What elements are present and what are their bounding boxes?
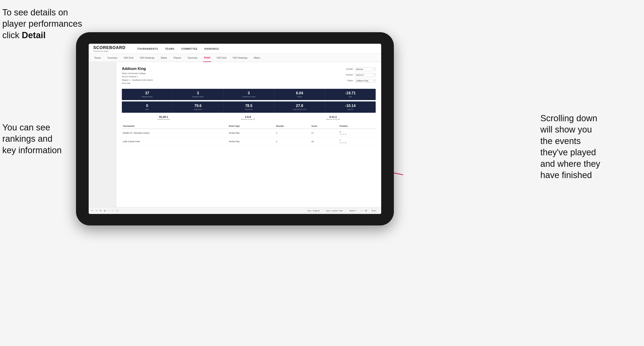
division-label: Division	[342, 74, 353, 76]
stat-wins-value: 0	[146, 104, 148, 108]
col-tournament: Tournament	[122, 124, 215, 129]
tablet-frame: SCOREBOARD Powered by clippd TOURNAMENTS…	[76, 32, 394, 225]
nav-rankings[interactable]: RANKINGS	[204, 47, 219, 50]
nav-committee[interactable]: COMMITTEE	[181, 47, 198, 50]
row2-event-type: Stroke Play	[228, 137, 275, 146]
stat-avg-score-par-value: 27.8	[296, 104, 303, 108]
second-nav: Teams Summary H2H Grid H2H Heatmap Matri…	[89, 54, 381, 62]
stat-points-label: Points	[297, 96, 302, 98]
stat-wins-label: Wins	[145, 108, 149, 110]
plus-icon[interactable]: +	[112, 209, 113, 212]
stat-avg-sg: -10.14 Avg SG	[325, 101, 376, 113]
stat-avg-score-par: 27.8 Avg Score to Par	[274, 101, 325, 113]
table-row: Estella CC- Mountain Classic Stroke Play…	[122, 129, 376, 137]
tab-players[interactable]: Players	[173, 54, 182, 62]
stat-regional-rank-value: 3	[197, 91, 199, 95]
record-top50: 5-11-1 Record vs top 50	[326, 116, 340, 120]
col-event-type: Event Type	[228, 124, 275, 129]
tab-summary[interactable]: Summary	[106, 54, 118, 62]
tab-h2h-grid-2[interactable]: H2H Grid	[216, 54, 227, 62]
stat-adj-score-label: Adj Score	[245, 108, 253, 110]
col-empty	[215, 124, 228, 129]
record-top50-label: Record vs top 50	[326, 118, 340, 120]
nav-teams[interactable]: TEAMS	[165, 47, 174, 50]
player-school: Mesa Community College	[122, 72, 153, 75]
gender-select-wrapper[interactable]: Women Men	[355, 67, 376, 71]
share-button[interactable]: Share	[369, 209, 378, 213]
row2-tournament: Lady Coyote Invite	[122, 137, 228, 146]
gender-select[interactable]: Women Men	[355, 67, 376, 71]
tab-h2h-heatmap[interactable]: H2H Heatmap	[139, 54, 155, 62]
nav-tournaments[interactable]: TOURNAMENTS	[137, 47, 158, 50]
stat-sos-label: SoS	[349, 96, 352, 98]
stat-avg-score-label: Avg Score	[194, 108, 202, 110]
stat-avg-score-value: 79.6	[194, 104, 202, 108]
division-select[interactable]: NJCAA I NJCAA II	[355, 73, 376, 77]
logo-sub: Powered by clippd	[93, 50, 126, 52]
refresh-icon[interactable]: ⟳	[100, 209, 102, 212]
tablet-screen: SCOREBOARD Powered by clippd TOURNAMENTS…	[89, 44, 381, 214]
record-overall-value: 91-20-1	[159, 116, 168, 118]
stats-row-1: 37 National Rank 3 Regional Rank 3 Confe…	[122, 89, 376, 100]
tab-summary-2[interactable]: Summary	[187, 54, 198, 62]
stat-adj-score: 78.5 Adj Score	[224, 101, 274, 113]
stat-sos: -19.71 SoS	[325, 89, 376, 100]
col-position: Position	[338, 124, 376, 129]
col-score: Score	[310, 124, 338, 129]
player-label: Player	[342, 79, 353, 82]
watch-button[interactable]: Watch ▾	[347, 209, 358, 213]
top-nav: SCOREBOARD Powered by clippd TOURNAMENTS…	[89, 44, 381, 54]
tab-h2h-heatmap-2[interactable]: H2H Heatmap	[232, 54, 248, 62]
stat-national-rank-label: National Rank	[142, 96, 152, 98]
division-select-wrapper[interactable]: NJCAA I NJCAA II	[355, 72, 376, 77]
screen-icon[interactable]: ⬚	[361, 209, 363, 212]
stat-avg-sg-value: -10.14	[345, 104, 356, 108]
zoom-icon[interactable]: ⊕	[104, 209, 106, 212]
stat-conference-rank: 3 Conference Rank	[224, 89, 274, 100]
stats-row-2: 0 Wins 79.6 Avg Score 78.5 Adj Score 27.…	[122, 101, 376, 113]
tab-detail[interactable]: Detail	[203, 54, 211, 62]
row2-position: 7 out of 20	[338, 137, 376, 146]
stat-points: 6.04 Points	[274, 89, 325, 100]
stat-conference-rank-value: 3	[248, 91, 250, 95]
stat-points-value: 6.04	[296, 91, 303, 95]
annotation-bottom-left: You can see rankings and key information	[2, 122, 85, 156]
record-top50-value: 5-11-1	[329, 116, 337, 118]
undo-icon[interactable]: ↩	[92, 209, 93, 212]
player-select[interactable]: Addison King	[355, 79, 376, 83]
tab-teams[interactable]: Teams	[93, 54, 102, 62]
logo-text: SCOREBOARD	[93, 45, 126, 50]
grid-icon[interactable]: ⊞	[365, 209, 367, 212]
player-filter-row: Player Addison King	[342, 78, 376, 83]
clock-icon[interactable]: 🕐	[116, 209, 118, 212]
row1-position: 4 out of 20	[338, 129, 376, 137]
row2-score: 16	[310, 137, 338, 146]
minus-icon[interactable]: −	[108, 209, 110, 212]
content-area: Addison King Mesa Community College NJCA…	[89, 62, 381, 207]
tab-matrix[interactable]: Matrix	[160, 54, 168, 62]
row1-tournament: Estella CC- Mountain Classic	[122, 129, 228, 137]
record-top25: 1-5-0 Record vs top 25	[241, 116, 255, 120]
player-name: Addison King	[122, 67, 153, 71]
row1-rounds: 2	[275, 129, 310, 137]
player-select-wrapper[interactable]: Addison King	[355, 78, 376, 83]
redo-icon[interactable]: ↪	[96, 209, 98, 212]
row1-score: 17	[310, 129, 338, 137]
record-overall-label: Overall Record	[158, 118, 170, 120]
stat-regional-rank-label: Regional Rank	[192, 96, 204, 98]
player-info: Addison King Mesa Community College NJCA…	[122, 67, 153, 85]
stat-regional-rank: 3 Regional Rank	[173, 89, 224, 100]
record-top25-label: Record vs top 25	[241, 118, 255, 120]
gender-filter-row: Gender Women Men	[342, 67, 376, 71]
stat-avg-sg-label: Avg SG	[347, 108, 353, 110]
left-sidebar	[89, 62, 116, 207]
tab-matrix-2[interactable]: Matrix	[253, 54, 261, 62]
stat-adj-score-value: 78.5	[245, 104, 252, 108]
annotation-top-left: To see details on player performances cl…	[2, 7, 90, 41]
tournament-table: Tournament Event Type Rounds Score Posit…	[122, 124, 376, 146]
stat-avg-score-par-label: Avg Score to Par	[293, 108, 306, 110]
save-custom-view-button[interactable]: Save Custom View	[324, 209, 345, 213]
view-original-button[interactable]: View: Original	[305, 209, 321, 213]
table-row: Lady Coyote Invite Stroke Play 2 16 7 ou…	[122, 137, 376, 146]
tab-h2h-grid[interactable]: H2H Grid	[123, 54, 134, 62]
